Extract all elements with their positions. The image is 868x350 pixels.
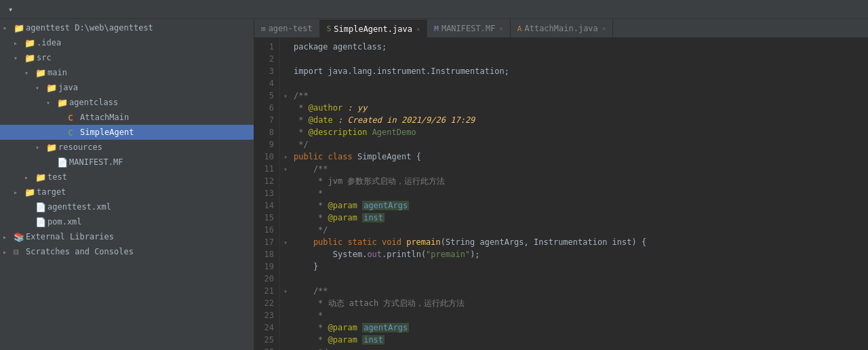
main-layout: ▾📁agenttest D:\web\agenttest▸📁.idea▾📁src… [0,19,868,350]
fold-gutter-14 [280,199,291,212]
tree-label-idea: .idea [37,38,254,47]
fold-gutter-13 [280,187,291,199]
line-num-26: 26 [254,346,274,350]
file-icon-ext_lib: 📚 [14,232,26,242]
file-icon-target: 📁 [24,187,37,197]
tree-item-test[interactable]: ▸📁test [0,170,254,184]
fold-gutter-19 [280,260,291,273]
file-icon-resources: 📁 [46,142,58,153]
code-line-11: /** [291,163,868,175]
line-num-10: 10 [254,151,274,163]
file-icon-MANIFEST: 📄 [57,157,69,168]
code-line-1: package agentclass; [291,41,868,53]
fold-gutter-18 [280,248,291,260]
tab-label-SimpleAgent: SimpleAgent.java [334,24,412,34]
line-num-6: 6 [254,102,274,114]
code-line-21: /** [291,285,868,297]
line-num-14: 14 [254,199,274,212]
tree-item-scratches[interactable]: ▸⊟Scratches and Consoles [0,244,254,259]
tree-item-src[interactable]: ▾📁src [0,50,254,65]
tree-item-SimpleAgent[interactable]: CSimpleAgent [0,125,254,140]
fold-gutter-22 [280,297,291,309]
file-icon-agentclass: 📁 [57,98,69,108]
fold-gutter-17[interactable]: ▾ [280,236,291,248]
fold-gutter-8 [280,126,291,138]
tree-item-resources[interactable]: ▾📁resources [0,140,254,155]
fold-gutter-5[interactable]: ▾ [280,90,291,102]
tree-item-java[interactable]: ▾📁java [0,80,254,95]
code-line-13: * [291,187,868,199]
tree-label-scratches: Scratches and Consoles [26,247,254,256]
fold-gutter-4 [280,77,291,90]
code-line-25: * @param inst [291,334,868,346]
sidebar: ▾📁agenttest D:\web\agenttest▸📁.idea▾📁src… [0,19,254,350]
tree-label-resources: resources [58,142,254,152]
tree-item-idea[interactable]: ▸📁.idea [0,35,254,50]
line-num-3: 3 [254,65,274,77]
editor-tab-AttachMain[interactable]: AAttachMain.java✕ [511,20,613,37]
tree-label-main: main [47,68,254,77]
fold-gutter-12 [280,175,291,187]
tab-icon-SimpleAgent: S [327,24,332,33]
line-num-25: 25 [254,334,274,346]
tree-item-agentclass[interactable]: ▾📁agentclass [0,95,254,110]
file-icon-scratches: ⊟ [14,247,26,257]
tree-item-main[interactable]: ▾📁main [0,65,254,80]
tab-close-AttachMain[interactable]: ✕ [602,25,606,32]
line-num-11: 11 [254,163,274,175]
tree-label-SimpleAgent: SimpleAgent [80,128,254,137]
tree-label-AttachMain: AttachMain [80,113,254,122]
tab-close-SimpleAgent[interactable]: ✕ [416,26,420,33]
line-num-18: 18 [254,248,274,260]
tree-item-AttachMain[interactable]: CAttachMain [0,110,254,125]
code-editor: 1234567891011121314151617181920212223242… [254,38,868,350]
line-num-21: 21 [254,285,274,297]
fold-gutter-3 [280,65,291,77]
code-line-4 [291,77,868,90]
file-icon-java: 📁 [46,83,58,93]
tab-close-MANIFEST[interactable]: ✕ [499,25,502,32]
file-icon-idea: 📁 [24,38,37,48]
tree-label-java: java [58,83,254,92]
editor-tab-MANIFEST[interactable]: MMANIFEST.MF✕ [427,20,511,37]
code-line-14: * @param agentArgs [291,199,868,212]
line-num-20: 20 [254,273,274,285]
fold-gutter-24 [280,322,291,334]
editor-tab-agen-test[interactable]: magen-test [254,20,320,37]
line-num-4: 4 [254,77,274,90]
file-icon-agenttest_xml: 📄 [35,202,47,212]
tree-item-ext_lib[interactable]: ▸📚External Libraries [0,229,254,244]
code-line-12: * jvm 参数形式启动，运行此方法 [291,175,868,187]
tree-item-MANIFEST[interactable]: 📄MANIFEST.MF [0,155,254,170]
line-num-15: 15 [254,212,274,224]
file-icon-pom: 📄 [35,217,47,227]
editor-tab-SimpleAgent[interactable]: SSimpleAgent.java✕ [320,20,428,37]
tab-icon-AttachMain: A [517,24,522,33]
tab-label-AttachMain: AttachMain.java [524,24,597,33]
code-line-24: * @param agentArgs [291,322,868,334]
fold-gutter-25 [280,334,291,346]
tree-item-agenttest_xml[interactable]: 📄agenttest.xml [0,199,254,214]
fold-gutter-26 [280,346,291,350]
fold-gutter-11[interactable]: ▾ [280,163,291,175]
line-num-5: 5 [254,90,274,102]
line-num-2: 2 [254,53,274,65]
tree-item-pom[interactable]: 📄pom.xml [0,214,254,229]
line-num-24: 24 [254,322,274,334]
tab-icon-agen-test: m [261,24,266,33]
code-line-2 [291,53,868,65]
fold-gutter-21[interactable]: ▾ [280,285,291,297]
line-num-7: 7 [254,114,274,126]
file-icon-root: 📁 [14,23,26,33]
tree-label-agentclass: agentclass [69,98,254,107]
fold-gutter-10[interactable]: ▾ [280,151,291,163]
tree-item-target[interactable]: ▸📁target [0,184,254,199]
tree-item-root[interactable]: ▾📁agenttest D:\web\agenttest [0,20,254,35]
tree-label-pom: pom.xml [47,217,254,227]
project-dropdown[interactable]: ▾ [0,0,18,18]
editor-tabs: magen-testSSimpleAgent.java✕MMANIFEST.MF… [254,19,868,38]
line-num-13: 13 [254,187,274,199]
code-line-5: /** [291,90,868,102]
line-num-16: 16 [254,224,274,236]
code-line-9: */ [291,138,868,151]
